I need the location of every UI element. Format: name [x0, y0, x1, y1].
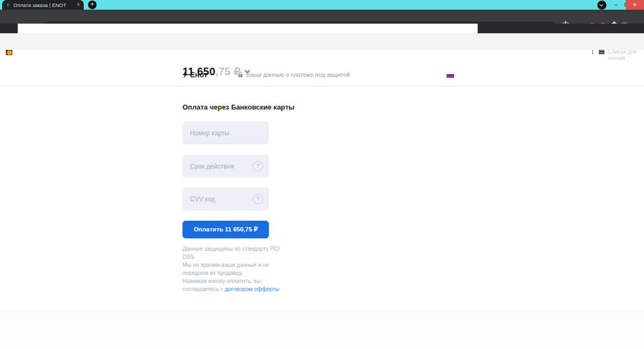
screen: Оплата заказа | ENOT × + – ✕ ← → enot.io…: [0, 0, 644, 349]
amount-main: 11 650: [182, 66, 215, 78]
offer-agreement-link[interactable]: договором офферты: [225, 286, 279, 292]
tab-strip: Оплата заказа | ENOT × + – ✕: [0, 0, 644, 10]
disclaimer-line: Данные защищены по стандарту PCI DSS.: [182, 245, 282, 261]
chevron-down-icon: [599, 3, 603, 6]
omnibox-dropdown-overlay: [18, 24, 478, 33]
reading-list-label[interactable]: Список для чтения: [608, 49, 644, 62]
pay-button[interactable]: Оплатить 11 650,75 ₽: [182, 221, 269, 238]
window-minimize-button[interactable]: –: [611, 0, 621, 10]
disclaimer-line: Нажимая кнопку оплатить, вы: [182, 277, 282, 285]
security-note-text: Ваши данные о платеже под защитой: [246, 71, 350, 78]
disclaimer-line: соглашаетесь с договором офферты: [182, 285, 282, 293]
tab-close-icon[interactable]: ×: [77, 2, 80, 8]
divider: [0, 86, 644, 86]
cvv-help-icon[interactable]: ?: [253, 194, 263, 204]
new-tab-button[interactable]: +: [88, 1, 97, 9]
disclaimer-line: передаем их продавцу.: [182, 269, 282, 277]
window-close-button[interactable]: ✕: [626, 0, 644, 10]
order-amount[interactable]: 11 650 ,75 ₽: [182, 65, 249, 78]
disclaimer-line: Мы не храним ваши данные и не: [182, 261, 282, 269]
chevron-down-icon[interactable]: [245, 68, 250, 73]
cvv-field[interactable]: ?: [182, 187, 269, 210]
tab-title: Оплата заказа | ENOT: [13, 2, 74, 8]
security-note: Ваши данные о платеже под защитой: [238, 71, 350, 78]
card-number-field[interactable]: [182, 121, 269, 144]
tab-favicon-icon: [6, 2, 10, 8]
card-number-input[interactable]: [182, 121, 269, 144]
browser-toolbar: ← → enot.io/_/pay/two?s=2cb10bc0bd96bfd5…: [0, 10, 644, 24]
flag-stripe: [447, 76, 454, 78]
disclaimer: Данные защищены по стандарту PCI DSS. Мы…: [182, 245, 282, 293]
page-header: Енот Ваши данные о платеже под защитой: [0, 33, 644, 50]
payment-section-title: Оплата через Банковские карты: [182, 103, 295, 111]
amount-fraction: ,75 ₽: [215, 65, 240, 78]
expiry-help-icon[interactable]: ?: [253, 161, 263, 171]
page-footer: Ваш - Енот Договор офферты Поддержка 8 8…: [0, 310, 644, 349]
expiry-field[interactable]: ?: [182, 155, 269, 178]
language-flag-ru[interactable]: [447, 72, 454, 78]
tab-search-button[interactable]: [597, 1, 606, 10]
browser-tab[interactable]: Оплата заказа | ENOT ×: [2, 0, 84, 10]
